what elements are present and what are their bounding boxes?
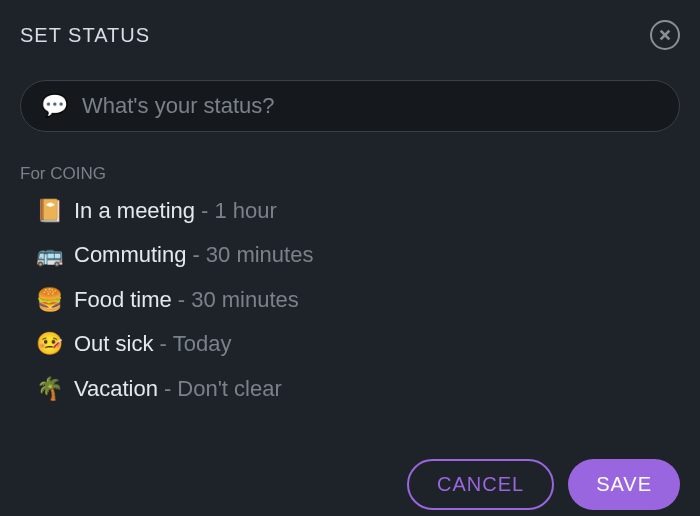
sick-face-icon: 🤒: [36, 331, 62, 357]
dialog-footer: CANCEL SAVE: [407, 459, 680, 516]
burger-icon: 🍔: [36, 287, 62, 313]
bus-icon: 🚌: [36, 242, 62, 268]
option-label: Out sick: [74, 331, 153, 357]
option-label: Vacation: [74, 376, 158, 402]
option-label: In a meeting: [74, 198, 195, 224]
option-separator: -: [178, 287, 185, 313]
status-option-sick[interactable]: 🤒 Out sick - Today: [36, 331, 700, 357]
option-duration: 30 minutes: [206, 242, 314, 268]
cancel-button[interactable]: CANCEL: [407, 459, 554, 510]
palm-tree-icon: 🌴: [36, 376, 62, 402]
option-label: Commuting: [74, 242, 186, 268]
save-button[interactable]: SAVE: [568, 459, 680, 510]
status-input[interactable]: [82, 93, 659, 119]
option-separator: -: [159, 331, 166, 357]
status-options-list: 📔 In a meeting - 1 hour 🚌 Commuting - 30…: [0, 198, 700, 402]
status-input-row: 💬: [20, 80, 680, 132]
close-button[interactable]: [650, 20, 680, 50]
scope-label: For COING: [20, 164, 700, 184]
option-separator: -: [192, 242, 199, 268]
notebook-icon: 📔: [36, 198, 62, 224]
option-separator: -: [201, 198, 208, 224]
option-separator: -: [164, 376, 171, 402]
status-option-vacation[interactable]: 🌴 Vacation - Don't clear: [36, 376, 700, 402]
option-duration: Today: [173, 331, 232, 357]
close-icon: [658, 28, 672, 42]
option-label: Food time: [74, 287, 172, 313]
speech-bubble-icon: 💬: [41, 95, 68, 117]
option-duration: Don't clear: [177, 376, 281, 402]
dialog-title: SET STATUS: [20, 24, 150, 47]
status-option-meeting[interactable]: 📔 In a meeting - 1 hour: [36, 198, 700, 224]
option-duration: 30 minutes: [191, 287, 299, 313]
status-option-food[interactable]: 🍔 Food time - 30 minutes: [36, 287, 700, 313]
status-option-commuting[interactable]: 🚌 Commuting - 30 minutes: [36, 242, 700, 268]
option-duration: 1 hour: [214, 198, 276, 224]
dialog-header: SET STATUS: [0, 0, 700, 50]
